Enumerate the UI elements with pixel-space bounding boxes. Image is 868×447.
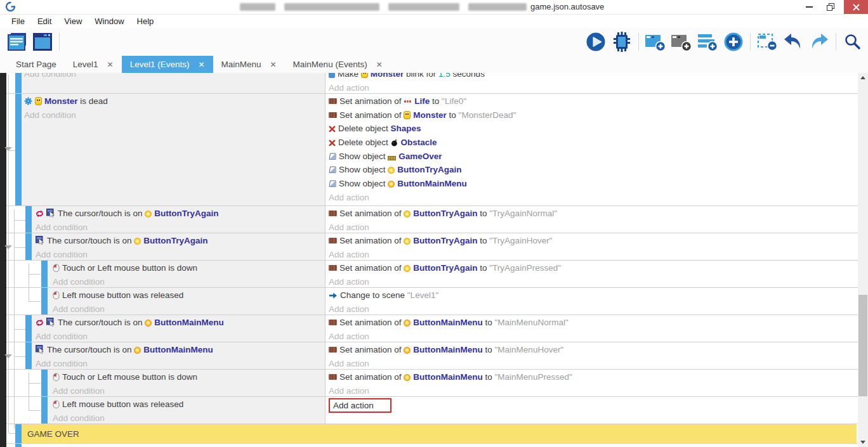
- action-line[interactable]: Make Monster blink for 1.5 seconds: [329, 73, 857, 81]
- object-segment: ButtonTryAgain: [413, 236, 477, 245]
- add-condition-placeholder[interactable]: Add condition: [36, 357, 213, 370]
- add-condition-placeholder[interactable]: Add condition: [53, 384, 197, 397]
- action-line[interactable]: Set animation of ButtonTryAgain to "TryA…: [329, 261, 857, 275]
- menu-view[interactable]: View: [58, 15, 88, 28]
- menu-help[interactable]: Help: [131, 15, 161, 28]
- add-condition-placeholder[interactable]: Add condition: [36, 221, 219, 233]
- condition-line[interactable]: Monster is dead: [24, 94, 108, 108]
- action-line[interactable]: Show object ButtonTryAgain: [329, 163, 857, 177]
- action-line[interactable]: Set animation of Monster to "MonsterDead…: [329, 108, 857, 122]
- project-manager-icon[interactable]: [5, 32, 28, 52]
- action-line[interactable]: Show object ButtonMainMenu: [329, 177, 857, 191]
- tab-mainmenu[interactable]: MainMenu✕: [213, 56, 285, 73]
- comment-block[interactable]: GAME OVER: [22, 424, 857, 443]
- scroll-up-icon[interactable]: [860, 76, 865, 79]
- coin-orange-icon: [145, 320, 152, 327]
- action-line[interactable]: Delete object Obstacle: [329, 136, 857, 150]
- add-comment-icon[interactable]: [696, 32, 719, 52]
- close-tab-icon[interactable]: ✕: [198, 60, 204, 69]
- scroll-down-icon[interactable]: [860, 441, 865, 444]
- close-tab-icon[interactable]: ✕: [107, 60, 114, 69]
- scene-editor-icon[interactable]: [31, 32, 54, 52]
- tab-level1-events[interactable]: Level1 (Events)✕: [122, 56, 213, 73]
- event-color-bar: [41, 261, 48, 287]
- condition-line[interactable]: The cursor/touch is on ButtonMainMenu: [36, 316, 224, 330]
- search-icon[interactable]: [841, 32, 864, 52]
- debug-icon[interactable]: [610, 32, 633, 52]
- set-animation-icon: [329, 374, 337, 380]
- text-segment: Touch or Left mouse button is down: [62, 263, 197, 273]
- condition-line[interactable]: The cursor/touch is on ButtonTryAgain: [36, 207, 219, 221]
- condition-line[interactable]: The cursor/touch is on ButtonMainMenu: [36, 343, 213, 357]
- scrollbar-thumb[interactable]: [858, 295, 867, 396]
- restore-button[interactable]: [820, 0, 841, 14]
- event-color-bar: [15, 444, 22, 447]
- add-action-placeholder[interactable]: Add action: [329, 357, 857, 370]
- action-line[interactable]: Set animation of Life to "Life0": [329, 94, 857, 108]
- add-subevent-icon[interactable]: [670, 32, 693, 52]
- condition-line[interactable]: Touch or Left mouse button is down: [53, 370, 197, 384]
- toolbar-separator: [836, 33, 836, 51]
- add-action-placeholder[interactable]: Add action: [329, 275, 857, 288]
- add-action-placeholder[interactable]: Add action: [329, 191, 857, 205]
- action-line[interactable]: Set animation of ButtonMainMenu to "Main…: [329, 316, 857, 330]
- tab-start-page[interactable]: Start Page: [8, 56, 65, 73]
- text-segment: Set animation of: [339, 345, 404, 354]
- menu-edit[interactable]: Edit: [31, 15, 58, 28]
- action-line[interactable]: Set animation of ButtonTryAgain to "TryA…: [329, 234, 857, 248]
- add-action-placeholder[interactable]: Add action: [329, 330, 857, 342]
- play-icon[interactable]: [584, 32, 607, 52]
- add-condition-placeholder[interactable]: Add condition: [24, 108, 108, 122]
- action-line[interactable]: Show object GameOver: [329, 150, 857, 164]
- add-action-placeholder[interactable]: Add action: [329, 384, 857, 397]
- object-segment: ButtonTryAgain: [413, 209, 477, 218]
- condition-line[interactable]: The cursor/touch is on ButtonTryAgain: [36, 234, 208, 248]
- object-segment: ButtonTryAgain: [143, 236, 207, 245]
- add-condition-placeholder[interactable]: Add condition: [36, 330, 224, 342]
- action-line[interactable]: Set animation of ButtonTryAgain to "TryA…: [329, 207, 857, 221]
- action-line[interactable]: Set animation of ButtonMainMenu to "Main…: [329, 343, 857, 357]
- add-action-placeholder[interactable]: Add action: [329, 221, 857, 233]
- add-action-placeholder[interactable]: Add action: [329, 302, 857, 315]
- coin-yellow-icon: [404, 265, 411, 272]
- highlight-red-box[interactable]: Add action: [329, 398, 391, 413]
- close-tab-icon[interactable]: ✕: [270, 60, 277, 69]
- add-action-placeholder[interactable]: Add action: [329, 81, 857, 94]
- add-condition-placeholder[interactable]: Add condition: [36, 248, 208, 261]
- add-circle-icon[interactable]: [722, 32, 745, 52]
- menu-window[interactable]: Window: [88, 15, 130, 28]
- add-condition-placeholder[interactable]: Add condition: [53, 275, 197, 288]
- action-line[interactable]: Change to scene "Level1": [329, 288, 857, 302]
- close-tab-icon[interactable]: ✕: [376, 60, 383, 69]
- condition-line[interactable]: Left mouse button was released: [53, 398, 183, 411]
- object-segment: Monster: [371, 73, 404, 79]
- expander-icon[interactable]: [4, 147, 12, 151]
- action-line[interactable]: Set animation of ButtonMainMenu to "Main…: [329, 370, 857, 384]
- set-animation-icon: [329, 265, 337, 271]
- minimize-button[interactable]: [798, 0, 820, 14]
- action-line[interactable]: Delete object Shapes: [329, 122, 857, 136]
- add-condition-placeholder[interactable]: Add condition: [53, 411, 183, 424]
- add-condition-placeholder[interactable]: Add condition: [24, 73, 76, 81]
- condition-line[interactable]: Left mouse button was released: [53, 288, 183, 302]
- add-action-highlighted[interactable]: Add action: [329, 398, 857, 411]
- param-segment: "TryAgainNormal": [489, 209, 557, 218]
- condition-line[interactable]: Touch or Left mouse button is down: [53, 261, 197, 275]
- tab-bar: Start Page Level1✕ Level1 (Events)✕ Main…: [0, 56, 868, 73]
- event-color-bar: [25, 342, 32, 369]
- remove-event-icon[interactable]: [756, 32, 779, 52]
- add-action-placeholder[interactable]: Add action: [329, 248, 857, 261]
- expander-icon[interactable]: [4, 354, 12, 358]
- expander-icon[interactable]: [4, 245, 12, 249]
- add-condition-placeholder[interactable]: Add condition: [53, 302, 183, 315]
- tab-mainmenu-events[interactable]: MainMenu (Events)✕: [285, 56, 391, 73]
- event-color-bar: [15, 424, 22, 443]
- menu-file[interactable]: File: [5, 15, 31, 28]
- tab-level1[interactable]: Level1✕: [65, 56, 122, 73]
- object-segment: ButtonTryAgain: [154, 209, 218, 218]
- redo-icon[interactable]: [808, 32, 831, 52]
- text-segment: Set animation of: [339, 209, 404, 218]
- add-event-icon[interactable]: [644, 32, 667, 52]
- undo-icon[interactable]: [782, 32, 805, 52]
- close-button[interactable]: [844, 0, 868, 14]
